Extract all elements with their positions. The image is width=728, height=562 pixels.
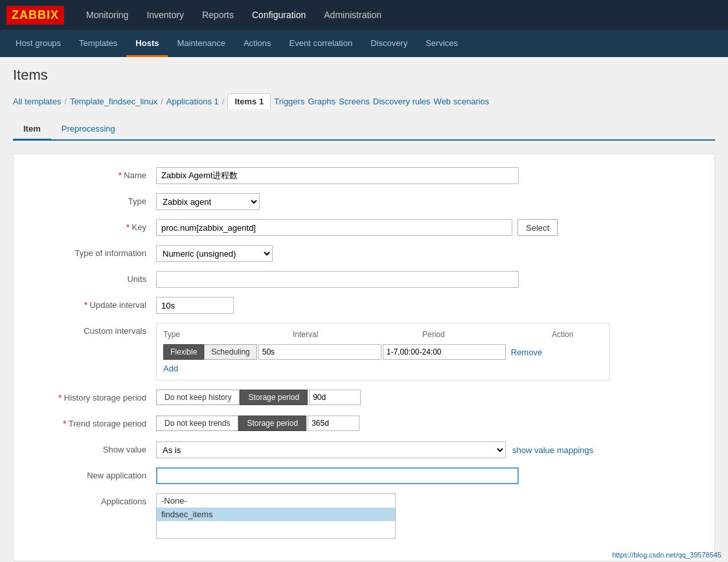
breadcrumb-graphs[interactable]: Graphs: [308, 97, 336, 106]
history-storage-row: Do not keep history Storage period: [156, 390, 361, 405]
nav-templates[interactable]: Templates: [70, 30, 126, 57]
breadcrumb-screens[interactable]: Screens: [339, 97, 370, 106]
trend-storage-button[interactable]: Storage period: [238, 416, 306, 431]
units-input[interactable]: [156, 271, 519, 288]
breadcrumb-sep-3: /: [222, 97, 225, 106]
show-value-label: Show value: [27, 441, 156, 458]
breadcrumb-template[interactable]: Template_findsec_linux: [70, 97, 157, 106]
nav-reports[interactable]: Reports: [193, 0, 243, 30]
custom-intervals-label: Custom intervals: [27, 323, 156, 340]
breadcrumb-all-templates[interactable]: All templates: [13, 97, 61, 106]
logo[interactable]: ZABBIX: [6, 6, 64, 25]
form-row-units: Units: [14, 271, 714, 288]
key-input[interactable]: [156, 219, 512, 236]
name-input[interactable]: [156, 167, 519, 184]
trend-value-input[interactable]: [308, 416, 359, 431]
bottom-url: https://blog.csdn.net/qq_39578545: [612, 551, 722, 559]
show-value-select[interactable]: As is: [156, 441, 506, 458]
nav-inventory[interactable]: Inventory: [137, 0, 193, 30]
app-item-none[interactable]: -None-: [157, 494, 395, 508]
nav-maintenance[interactable]: Maintenance: [168, 30, 234, 57]
breadcrumb-discovery-rules[interactable]: Discovery rules: [373, 97, 431, 106]
tabs-row: Item Preprocessing: [13, 119, 715, 141]
tab-item[interactable]: Item: [13, 119, 51, 141]
update-interval-input[interactable]: [156, 297, 234, 314]
form-row-type: Type Zabbix agent: [14, 193, 714, 210]
applications-listbox[interactable]: -None- findsec_items: [156, 493, 396, 539]
tab-preprocessing[interactable]: Preprocessing: [51, 119, 126, 141]
new-application-label: New application: [27, 467, 156, 484]
update-interval-label: Update interval: [27, 297, 156, 314]
form-row-type-info: Type of information Numeric (unsigned): [14, 245, 714, 262]
nav-actions[interactable]: Actions: [234, 30, 280, 57]
breadcrumb-web-scenarios[interactable]: Web scenarios: [434, 97, 490, 106]
nav-hosts[interactable]: Hosts: [126, 30, 168, 57]
col-action-label: Action: [552, 330, 602, 339]
history-value-input[interactable]: [309, 390, 361, 405]
new-application-input[interactable]: [156, 467, 519, 484]
key-row: Select: [156, 219, 558, 236]
history-label: History storage period: [27, 390, 156, 406]
top-nav: ZABBIX Monitoring Inventory Reports Conf…: [0, 0, 728, 30]
nav-event-correlation[interactable]: Event correlation: [280, 30, 362, 57]
add-link[interactable]: Add: [163, 364, 178, 373]
col-interval-label: Interval: [293, 330, 422, 339]
nav-monitoring[interactable]: Monitoring: [77, 0, 137, 30]
custom-intervals-container: Type Interval Period Action Flexible Sch…: [156, 323, 609, 381]
form-row-key: Key Select: [14, 219, 714, 236]
col-period-label: Period: [422, 330, 552, 339]
nav-discovery[interactable]: Discovery: [361, 30, 416, 57]
form-row-show-value: Show value As is show value mappings: [14, 441, 714, 458]
form-container: Name Type Zabbix agent Key Select Type o…: [13, 154, 715, 561]
nav-host-groups[interactable]: Host groups: [6, 30, 70, 57]
type-info-label: Type of information: [27, 245, 156, 262]
history-storage-button[interactable]: Storage period: [240, 390, 308, 405]
period-input[interactable]: [383, 344, 506, 360]
second-nav: Host groups Templates Hosts Maintenance …: [0, 30, 728, 57]
nav-administration[interactable]: Administration: [315, 0, 391, 30]
scheduling-button[interactable]: Scheduling: [204, 344, 256, 360]
form-row-update-interval: Update interval: [14, 297, 714, 314]
breadcrumb: All templates / Template_findsec_linux /…: [13, 93, 715, 109]
type-select[interactable]: Zabbix agent: [156, 193, 260, 210]
form-row-applications: Applications -None- findsec_items: [14, 493, 714, 539]
remove-link[interactable]: Remove: [511, 347, 542, 357]
trend-no-keep-button[interactable]: Do not keep trends: [156, 416, 238, 431]
breadcrumb-sep-2: /: [161, 97, 163, 106]
top-nav-items: Monitoring Inventory Reports Configurati…: [77, 0, 391, 30]
form-row-new-application: New application: [14, 467, 714, 484]
page-content: Items All templates / Template_findsec_l…: [0, 57, 728, 562]
intervals-header: Type Interval Period Action: [163, 330, 602, 339]
show-value-mappings-link[interactable]: show value mappings: [512, 445, 593, 455]
form-row-history: History storage period Do not keep histo…: [14, 390, 714, 406]
applications-label: Applications: [27, 493, 156, 510]
show-value-row: As is show value mappings: [156, 441, 593, 458]
interval-input[interactable]: [258, 344, 381, 360]
interval-row-0: Flexible Scheduling Remove: [163, 344, 602, 360]
type-label: Type: [27, 193, 156, 210]
page-title: Items: [13, 67, 715, 84]
type-info-select[interactable]: Numeric (unsigned): [156, 245, 273, 262]
breadcrumb-sep-1: /: [64, 97, 67, 106]
name-label: Name: [27, 167, 156, 184]
select-button[interactable]: Select: [518, 219, 558, 236]
nav-configuration[interactable]: Configuration: [243, 0, 315, 30]
breadcrumb-applications[interactable]: Applications 1: [166, 97, 219, 106]
breadcrumb-items[interactable]: Items 1: [227, 93, 271, 109]
units-label: Units: [27, 271, 156, 288]
app-item-findsec[interactable]: findsec_items: [157, 508, 395, 521]
trend-storage-row: Do not keep trends Storage period: [156, 416, 359, 431]
breadcrumb-triggers[interactable]: Triggers: [274, 97, 304, 106]
flexible-button[interactable]: Flexible: [163, 344, 204, 360]
key-label: Key: [27, 219, 156, 236]
history-no-keep-button[interactable]: Do not keep history: [156, 390, 240, 405]
nav-services[interactable]: Services: [416, 30, 467, 57]
form-row-name: Name: [14, 167, 714, 184]
trend-label: Trend storage period: [27, 416, 156, 432]
col-type-label: Type: [163, 330, 293, 339]
logo-text: ZABBIX: [12, 8, 59, 21]
form-row-custom-intervals: Custom intervals Type Interval Period Ac…: [14, 323, 714, 381]
form-row-trend: Trend storage period Do not keep trends …: [14, 416, 714, 432]
